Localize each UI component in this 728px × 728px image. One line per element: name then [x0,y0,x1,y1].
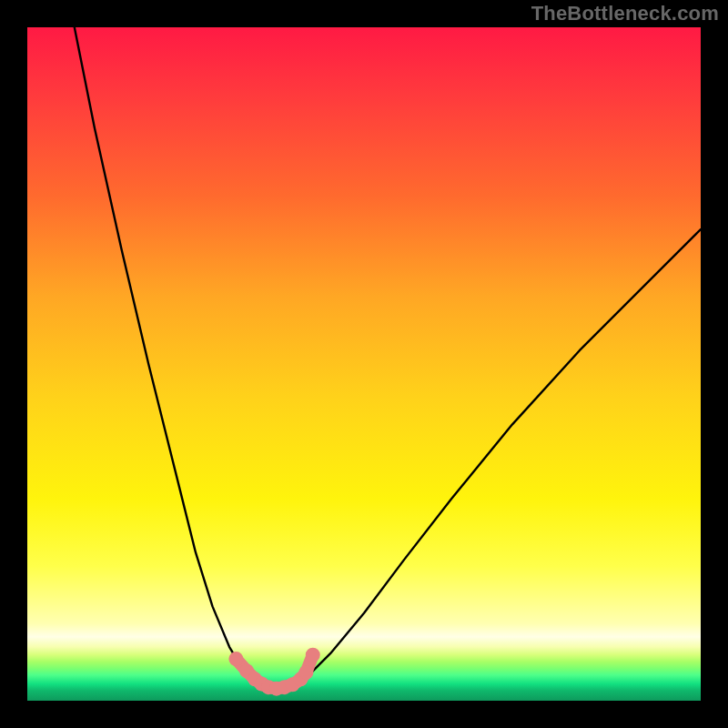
watermark-text: TheBottleneck.com [531,2,719,25]
highlight-dot [228,652,243,666]
curve-left-branch [75,27,270,689]
highlight-dot [306,648,320,662]
chart-frame: TheBottleneck.com [0,0,728,728]
chart-svg [27,27,701,701]
plot-area [27,27,701,701]
highlight-dot [298,665,313,680]
curve-right-branch [269,229,701,689]
